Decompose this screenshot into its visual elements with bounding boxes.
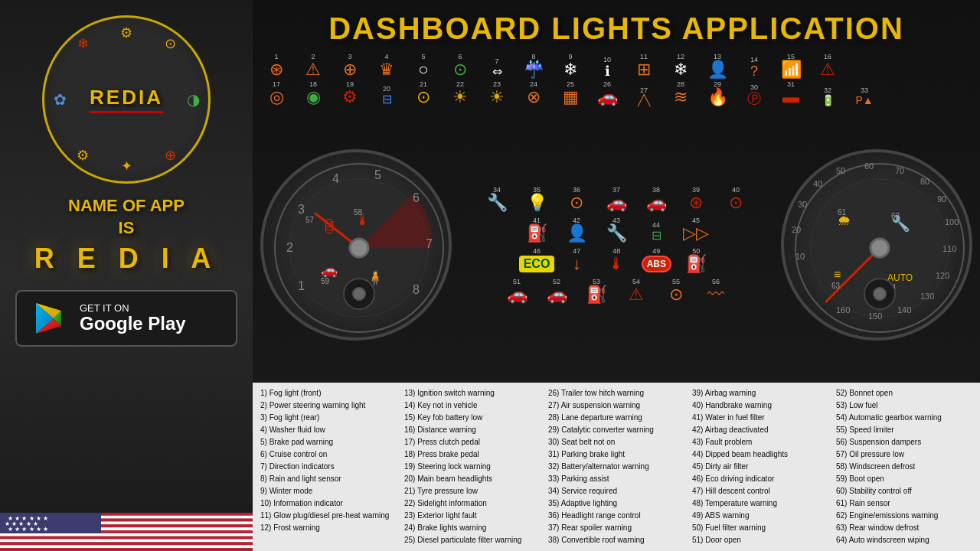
icon-33: 33P▲	[847, 87, 882, 106]
right-gauge-container: 10 20 30 40 50 60 70 80 90 100 110 120 1…	[781, 149, 972, 341]
legend-item: 15) Key fob battery low	[404, 412, 541, 424]
legend-item: 10) Information indicator	[260, 497, 397, 510]
icon-14: 14?	[737, 57, 772, 78]
icon-50: 50⛽	[678, 248, 714, 272]
left-gauge: 1 2 3 4 5 6 7 8 🛢 57	[260, 149, 452, 341]
legend-item: 14) Key not in vehicle	[404, 399, 541, 412]
icon-row-34: 34🔧 35💡 36⊙ 37🚗 38🚗 39⊛ 40⊙	[456, 185, 777, 213]
legend-item: 18) Press brake pedal	[404, 448, 541, 461]
icon-55: 55⊙	[658, 279, 694, 303]
icon-48: 48🌡	[599, 248, 634, 272]
legend-item: 22) Sidelight information	[404, 497, 541, 510]
icon-51: 51🚗	[499, 279, 534, 303]
app-name-redia: R E D I A	[34, 243, 219, 275]
icon-19: 19⚙	[332, 81, 368, 106]
icon-6: 6⊙	[443, 54, 478, 78]
icon-37: 37🚗	[599, 187, 634, 211]
icon-21: 21⊙	[406, 81, 441, 106]
legend-col-1: 1) Fog light (front) 2) Power steering w…	[260, 387, 397, 546]
svg-text:★ ★ ★ ★ ★ ★: ★ ★ ★ ★ ★ ★	[8, 526, 48, 533]
icon-10: 10ℹ	[590, 57, 625, 78]
legend-item: 48) Temperature warning	[692, 497, 828, 510]
legend-col-5: 52) Bonnet open 53) Low fuel 54) Automat…	[836, 387, 972, 546]
legend-item: 3) Fog light (rear)	[260, 412, 397, 424]
icon-41: 41⛽	[519, 217, 554, 242]
legend-item: 16) Distance warning	[404, 424, 541, 436]
icon-24: 24⊗	[516, 81, 551, 106]
legend-col-4: 39) Airbag warning 40) Handbrake warning…	[692, 387, 828, 546]
icon-row-2: 17◎ 18◉ 19⚙ 20⊟ 21⊙ 22☀ 23☀ 24⊗ 25▦ 26🚗 …	[259, 80, 974, 107]
dial-icon-left: ✿	[51, 90, 69, 109]
legend-item: 2) Power steering warning light	[260, 399, 397, 412]
svg-point-32	[350, 239, 368, 257]
legend-item: 33) Parking assist	[548, 473, 684, 485]
legend-item: 54) Automatic gearbox warning	[836, 412, 972, 424]
svg-text:150: 150	[868, 311, 882, 321]
svg-text:110: 110	[942, 244, 956, 253]
abs-badge: ABS	[642, 256, 671, 272]
icon-row-1: 1⊛ 2⚠ 3⊕ 4♛ 5○ 6⊙ 7⇔ 8☔ 9❄ 10ℹ 11⊞ 12❄ 1…	[259, 52, 974, 80]
legend-item: 39) Airbag warning	[692, 387, 828, 399]
svg-text:130: 130	[920, 292, 934, 301]
legend-item: 51) Door open	[692, 534, 828, 546]
svg-text:62: 62	[891, 212, 900, 220]
svg-rect-13	[0, 540, 253, 543]
legend-item: 30) Seat belt not on	[548, 436, 684, 448]
icon-46: 46ECO	[519, 248, 555, 272]
icon-27: 27╱╲	[626, 87, 662, 106]
legend-item: 52) Bonnet open	[836, 387, 972, 399]
icon-49: 49ABS	[639, 248, 674, 272]
svg-text:59: 59	[321, 277, 330, 285]
icon-45: 45▷▷	[678, 217, 714, 242]
legend-item: 21) Tyre pressure low	[404, 485, 541, 497]
us-flag: ★ ★ ★ ★ ★ ★ ★ ★ ★ ★ ★ ★ ★ ★ ★ ★ ★	[0, 513, 253, 551]
legend-item: 1) Fog light (front)	[260, 387, 397, 399]
google-play-button[interactable]: GET IT ON Google Play	[15, 290, 237, 347]
legend-section: 1) Fog light (front) 2) Power steering w…	[253, 383, 980, 551]
icon-43: 43🔧	[599, 217, 634, 242]
svg-point-42	[353, 288, 365, 300]
legend-item: 35) Adaptive lighting	[548, 497, 684, 510]
legend-item: 56) Suspension dampers	[836, 436, 972, 448]
icon-28: 28≋	[663, 81, 698, 106]
svg-text:20: 20	[792, 225, 801, 234]
dial-center: REDIA	[92, 77, 161, 122]
icon-52: 52🚗	[539, 279, 574, 303]
dial-icon-right: ◑	[184, 90, 202, 109]
legend-col-3: 26) Trailer tow hitch warning 27) Air su…	[548, 387, 684, 546]
main-container: ❄ ⚙ ⊙ ◑ ⊕ ✦ ⚙ ✿ REDIA NAME OF APP IS R E…	[0, 0, 980, 551]
svg-text:6: 6	[413, 191, 420, 204]
icon-26: 26🚗	[590, 81, 625, 106]
icon-13: 13👤	[700, 54, 735, 78]
legend-item: 25) Diesel particulate filter warning	[404, 534, 541, 546]
legend-item: 29) Catalytic converter warning	[548, 424, 684, 436]
icon-16: 16⚠	[810, 54, 845, 78]
app-name-section: NAME OF APP IS R E D I A	[34, 195, 219, 275]
icon-47: 47↓	[559, 248, 594, 272]
dial-icon-topleft: ❄	[74, 34, 92, 53]
svg-text:7: 7	[426, 237, 433, 250]
svg-text:5: 5	[374, 168, 381, 181]
google-play-label: Google Play	[80, 314, 186, 334]
icon-row-51: 51🚗 52🚗 53⛽ 54⚠ 55⊙ 56〰	[456, 277, 777, 305]
legend-item: 50) Fuel filter warning	[692, 522, 828, 534]
right-panel: DASHBOARD LIGHTS APPLICATION 1⊛ 2⚠ 3⊕ 4♛…	[253, 0, 980, 551]
icon-row-46: 46ECO 47↓ 48🌡 49ABS 50⛽	[456, 246, 777, 274]
svg-text:80: 80	[920, 177, 929, 186]
legend-item: 4) Washer fluid low	[260, 424, 397, 436]
legend-item: 11) Glow plug/diesel pre-heat warning	[260, 510, 397, 522]
svg-text:160: 160	[836, 305, 850, 315]
icon-11: 11⊞	[626, 54, 662, 78]
icon-34: 34🔧	[479, 187, 514, 211]
icon-17: 17◎	[259, 81, 294, 106]
legend-item: 40) Handbrake warning	[692, 399, 828, 412]
svg-text:90: 90	[937, 194, 946, 204]
legend-item: 28) Lane departure warning	[548, 412, 684, 424]
page-title: DASHBOARD LIGHTS APPLICATION	[253, 0, 980, 52]
icon-42: 42👤	[559, 217, 594, 242]
legend-item: 31) Parking brake light	[548, 448, 684, 461]
gauge-svg-left: 1 2 3 4 5 6 7 8 🛢 57	[263, 152, 455, 344]
icon-36: 36⊙	[559, 187, 594, 211]
google-play-text: GET IT ON Google Play	[80, 302, 186, 334]
icon-40: 40⊙	[718, 187, 753, 211]
